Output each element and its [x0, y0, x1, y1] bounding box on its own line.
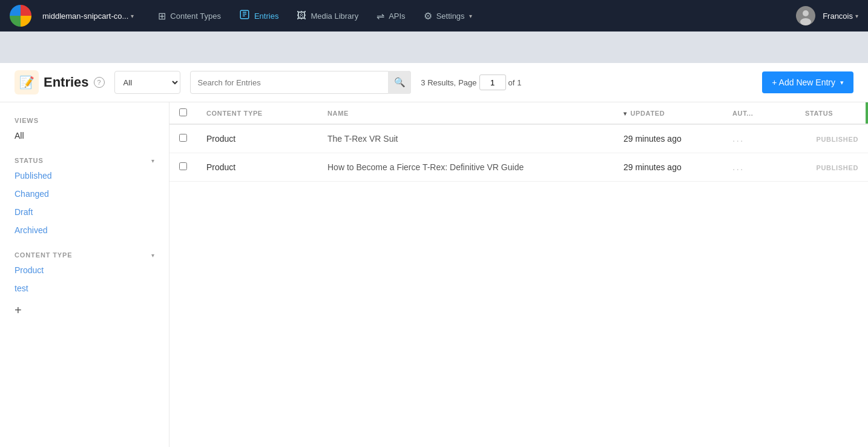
status-label: STATUS	[15, 157, 44, 164]
col-header-updated[interactable]: ▾ UPDATED	[614, 102, 723, 124]
col-header-checkbox	[169, 102, 197, 124]
user-avatar	[796, 6, 815, 25]
row-checkbox[interactable]	[179, 162, 187, 170]
views-label: VIEWS	[0, 112, 169, 127]
row-checkbox-cell	[169, 124, 197, 153]
nav-entries-label: Entries	[254, 12, 278, 21]
entry-name-link[interactable]: The T-Rex VR Suit	[327, 134, 398, 144]
col-header-name: NAME	[318, 102, 614, 124]
nav-media-library[interactable]: 🖼 Media Library	[288, 5, 367, 26]
media-library-icon: 🖼	[297, 10, 306, 21]
entries-table: CONTENT TYPE NAME ▾ UPDATED AUT...	[169, 102, 868, 182]
sort-icon: ▾	[623, 110, 627, 117]
nav-content-types[interactable]: ⊞ Content Types	[150, 5, 229, 27]
svg-point-5	[803, 10, 809, 16]
entries-icon	[239, 9, 250, 22]
col-header-content-type: CONTENT TYPE	[197, 102, 318, 124]
nav-entries[interactable]: Entries	[231, 4, 287, 27]
content-type-filter-arrow-icon[interactable]: ▾	[151, 252, 154, 259]
nav-settings[interactable]: ⚙ Settings ▾	[415, 5, 481, 27]
column-resize-handle[interactable]	[866, 102, 868, 124]
apis-icon: ⇌	[376, 10, 384, 22]
nav-media-library-label: Media Library	[311, 12, 358, 21]
nav-apis-label: APIs	[389, 12, 405, 21]
row-status: PUBLISHED	[795, 124, 868, 153]
pagination-info: 3 Results, Page of 1	[421, 74, 521, 90]
entries-tbody: Product The T-Rex VR Suit 29 minutes ago…	[169, 124, 868, 182]
sidebar-item-all[interactable]: All	[0, 127, 169, 145]
row-content-type: Product	[197, 124, 318, 153]
sidebar: VIEWS All STATUS ▾ Published Changed Dra…	[0, 102, 169, 447]
table-area: CONTENT TYPE NAME ▾ UPDATED AUT...	[169, 102, 868, 447]
sidebar-item-published[interactable]: Published	[0, 167, 169, 185]
search-input[interactable]	[190, 71, 412, 94]
search-button[interactable]: 🔍	[388, 71, 411, 94]
add-entry-label: + Add New Entry	[772, 78, 835, 87]
add-entry-button[interactable]: + Add New Entry ▾	[762, 71, 853, 93]
main-layout: VIEWS All STATUS ▾ Published Changed Dra…	[0, 102, 868, 447]
sidebar-item-product[interactable]: Product	[0, 261, 169, 279]
page-title: Entries	[44, 74, 89, 90]
status-badge: PUBLISHED	[816, 136, 858, 143]
nav-settings-label: Settings	[436, 12, 465, 21]
row-author: ...	[723, 124, 795, 153]
search-wrapper: 🔍	[190, 71, 412, 94]
user-name[interactable]: Francois ▾	[823, 12, 858, 21]
nav-apis[interactable]: ⇌ APIs	[368, 5, 413, 27]
row-content-type: Product	[197, 153, 318, 182]
toolbar: 📝 Entries ? All Product test 🔍 3 Results…	[0, 63, 868, 102]
row-name: The T-Rex VR Suit	[318, 124, 614, 153]
project-name: middleman-snipcart-co...	[42, 12, 128, 21]
user-chevron-icon: ▾	[855, 13, 858, 19]
help-icon[interactable]: ?	[94, 77, 105, 88]
project-selector[interactable]: middleman-snipcart-co... ▾	[36, 8, 140, 24]
sidebar-item-test[interactable]: test	[0, 279, 169, 297]
page-content: 📝 Entries ? All Product test 🔍 3 Results…	[0, 63, 868, 447]
main-nav: ⊞ Content Types Entries 🖼 Media Library …	[150, 4, 796, 27]
row-checkbox-cell	[169, 153, 197, 182]
subheader-bar	[0, 31, 868, 63]
page-number-input[interactable]	[479, 74, 506, 90]
content-type-filter[interactable]: All Product test	[114, 71, 180, 94]
col-header-author: AUT...	[723, 102, 795, 124]
sidebar-item-archived[interactable]: Archived	[0, 221, 169, 239]
settings-icon: ⚙	[424, 10, 432, 22]
row-author: ...	[723, 153, 795, 182]
row-status: PUBLISHED	[795, 153, 868, 182]
select-all-checkbox[interactable]	[179, 108, 187, 116]
col-header-status: STATUS	[795, 102, 868, 124]
nav-content-types-label: Content Types	[170, 12, 221, 21]
title-area: 📝 Entries ?	[15, 70, 105, 94]
content-types-icon: ⊞	[158, 10, 166, 22]
add-entry-chevron-icon: ▾	[840, 79, 844, 87]
table-row: Product How to Become a Fierce T-Rex: De…	[169, 153, 868, 182]
table-row: Product The T-Rex VR Suit 29 minutes ago…	[169, 124, 868, 153]
sidebar-add-button[interactable]: +	[0, 297, 36, 323]
sidebar-item-changed[interactable]: Changed	[0, 185, 169, 203]
svg-point-6	[800, 18, 811, 25]
topnav-user-area: Francois ▾	[796, 6, 858, 25]
project-chevron-icon: ▾	[131, 13, 134, 19]
row-name: How to Become a Fierce T-Rex: Definitive…	[318, 153, 614, 182]
sidebar-item-draft[interactable]: Draft	[0, 203, 169, 221]
entries-page-icon: 📝	[15, 70, 39, 94]
entry-name-link[interactable]: How to Become a Fierce T-Rex: Definitive…	[327, 162, 524, 172]
top-navigation: middleman-snipcart-co... ▾ ⊞ Content Typ…	[0, 0, 868, 31]
content-type-filter-header: CONTENT TYPE ▾	[0, 244, 169, 261]
row-updated: 29 minutes ago	[614, 124, 723, 153]
content-type-label: CONTENT TYPE	[15, 251, 73, 259]
status-filter-header: STATUS ▾	[0, 150, 169, 167]
app-logo	[10, 5, 31, 27]
settings-chevron-icon: ▾	[469, 13, 472, 19]
status-badge: PUBLISHED	[816, 164, 858, 171]
table-header-row: CONTENT TYPE NAME ▾ UPDATED AUT...	[169, 102, 868, 124]
status-filter-arrow-icon[interactable]: ▾	[151, 157, 154, 164]
row-updated: 29 minutes ago	[614, 153, 723, 182]
row-checkbox[interactable]	[179, 134, 187, 142]
